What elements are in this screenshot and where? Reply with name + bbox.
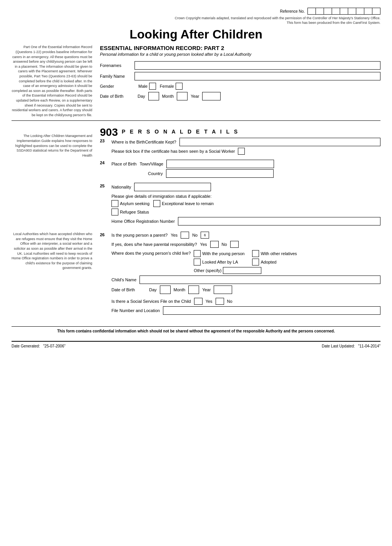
with-young-checkbox[interactable] xyxy=(194,250,201,257)
gender-label: Gender xyxy=(100,84,135,88)
personal-details-title: P E R S O N A L D E T A I L S xyxy=(122,127,239,137)
left-903-note: The Looking After Children Management an… xyxy=(12,124,96,229)
dob-year-input[interactable] xyxy=(202,92,221,100)
q26-content: Is the young person a parent? Yes No 6 I… xyxy=(111,232,380,316)
right-form-col: 903 P E R S O N A L D E T A I L S 23 Whe… xyxy=(96,124,380,229)
childs-name-input[interactable] xyxy=(140,276,380,284)
reference-boxes xyxy=(308,8,380,15)
child-dob-label: Date of Birth xyxy=(111,287,146,292)
exceptional-checkbox[interactable] xyxy=(153,200,160,207)
refugee-label: Refugee Status xyxy=(120,210,149,214)
other-specify-input[interactable] xyxy=(223,267,261,274)
q25-row: 25 Nationality xyxy=(100,183,380,192)
exceptional-item: Exceptional leave to remain xyxy=(153,200,214,207)
q24-content: Place of Birth Town/Village Country xyxy=(111,160,380,179)
social-services-no-box[interactable] xyxy=(216,298,224,305)
child-dob-year[interactable] xyxy=(214,286,232,294)
date-generated-value: "25-07-2006" xyxy=(43,344,65,348)
parent-label: Is the young person a parent? xyxy=(111,233,168,237)
ref-box-5[interactable] xyxy=(340,8,348,15)
date-updated: Date Last Updated: "11-04-2014" xyxy=(322,344,380,348)
with-relatives-checkbox[interactable] xyxy=(252,250,259,257)
looked-after-checkbox[interactable] xyxy=(194,259,201,265)
q25-content: Nationality xyxy=(111,183,380,192)
ref-box-7[interactable] xyxy=(356,8,364,15)
ref-box-6[interactable] xyxy=(348,8,356,15)
social-services-label: Is there a Social Services File on the C… xyxy=(111,299,191,304)
exceptional-label: Exceptional leave to remain xyxy=(162,201,214,206)
q26-num: 26 xyxy=(100,232,111,237)
parent-no-box[interactable]: 6 xyxy=(201,232,209,239)
q23-content: Where is the BirthCertificate Kept? Plea… xyxy=(111,138,380,156)
file-number-row: File Number and Location xyxy=(111,306,380,315)
left-refugee-note: Local Authorities which have accepted ch… xyxy=(12,232,96,320)
reference-label: Reference No. xyxy=(280,9,305,13)
adopted-label: Adopted xyxy=(261,260,276,264)
social-no-label: No xyxy=(227,299,233,304)
date-generated-label: Date Generated: xyxy=(12,344,40,348)
country-row: Country xyxy=(148,169,380,178)
male-checkbox[interactable] xyxy=(149,83,156,90)
child-live-grid: With the young person With other relativ… xyxy=(194,250,303,274)
q23-tick-checkbox[interactable] xyxy=(238,148,245,155)
q23-tick-row: Please tick box if the certificate has b… xyxy=(111,148,380,155)
q23-tick-label: Please tick box if the certificate has b… xyxy=(111,149,235,154)
parental-no-box[interactable] xyxy=(230,241,239,248)
social-yes-label: Yes xyxy=(206,299,213,304)
gender-row: Gender Male Female xyxy=(100,83,380,90)
forenames-row: Forenames xyxy=(100,61,380,70)
male-option: Male xyxy=(138,83,156,90)
dob-month-input[interactable] xyxy=(177,92,188,100)
female-checkbox[interactable] xyxy=(176,83,183,90)
ref-box-2[interactable] xyxy=(316,8,324,15)
forenames-input[interactable] xyxy=(135,61,380,70)
country-input[interactable] xyxy=(166,169,274,178)
family-name-input[interactable] xyxy=(135,72,380,80)
female-label: Female xyxy=(160,84,174,88)
adopted-option: Adopted xyxy=(252,259,303,265)
main-title: Looking After Children xyxy=(12,27,380,42)
parent-yes-box[interactable] xyxy=(181,232,189,239)
social-services-yes-box[interactable] xyxy=(194,298,203,305)
ref-box-3[interactable] xyxy=(324,8,332,15)
childs-name-label: Child's Name xyxy=(111,277,136,282)
section-title: ESSENTIAL INFORMATION RECORD: PART 2 xyxy=(100,45,380,51)
child-year-label: Year xyxy=(202,287,211,292)
nationality-input[interactable] xyxy=(134,183,211,191)
parental-yes-box[interactable] xyxy=(210,241,219,248)
refugee-checkbox[interactable] xyxy=(111,209,118,215)
ref-box-4[interactable] xyxy=(332,8,340,15)
town-input[interactable] xyxy=(166,160,274,168)
child-dob-row: Date of Birth Day Month Year xyxy=(111,286,380,294)
home-office-input[interactable] xyxy=(178,217,380,225)
asylum-item: Asylum seeking xyxy=(111,200,149,207)
q26-row: 26 Is the young person a parent? Yes No … xyxy=(100,232,380,316)
child-dob-month[interactable] xyxy=(188,286,199,294)
place-birth-row: Place of Birth Town/Village xyxy=(111,160,380,168)
home-office-row: Home Office Registration Number xyxy=(111,217,380,225)
file-number-input[interactable] xyxy=(163,306,380,315)
nationality-label: Nationality xyxy=(111,185,131,189)
asylum-checkbox[interactable] xyxy=(111,200,118,207)
q25-line: Nationality xyxy=(111,183,380,191)
ref-box-9[interactable] xyxy=(372,8,380,15)
footer-note: This form contains confidential informat… xyxy=(12,326,380,333)
q23-line: Where is the BirthCertificate Kept? xyxy=(111,138,380,146)
dob-day-input[interactable] xyxy=(148,92,159,100)
country-label: Country xyxy=(148,171,163,176)
with-relatives-option: With other relatives xyxy=(252,250,303,257)
adopted-checkbox[interactable] xyxy=(252,259,259,265)
q23-label: Where is the BirthCertificate Kept? xyxy=(111,140,176,144)
child-dob-day[interactable] xyxy=(160,286,171,294)
immigration-options: Asylum seeking Exceptional leave to rema… xyxy=(111,200,380,207)
month-label: Month xyxy=(162,94,174,99)
family-name-row: Family Name xyxy=(100,72,380,80)
dob-row: Date of Birth Day Month Year xyxy=(100,92,380,100)
ref-box-1[interactable] xyxy=(307,8,316,15)
ref-box-8[interactable] xyxy=(364,8,372,15)
day-label: Day xyxy=(138,94,145,99)
bottom-bar: Date Generated: "25-07-2006" Date Last U… xyxy=(12,341,380,348)
male-label: Male xyxy=(138,84,148,88)
q23-input[interactable] xyxy=(179,138,380,146)
date-generated: Date Generated: "25-07-2006" xyxy=(12,344,66,348)
